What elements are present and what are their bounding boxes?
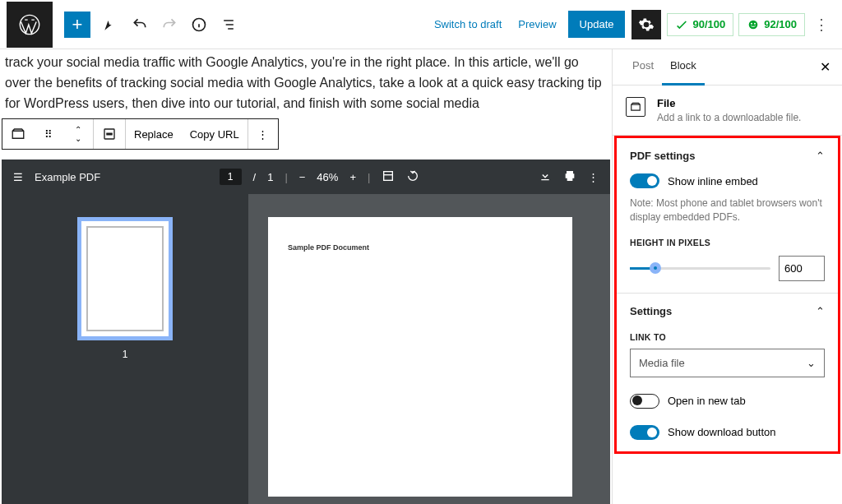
open-new-tab-label: Open in new tab <box>668 395 746 407</box>
show-inline-label: Show inline embed <box>668 175 758 187</box>
show-inline-toggle[interactable] <box>630 173 659 188</box>
copy-url-button[interactable]: Copy URL <box>182 119 248 149</box>
highlighted-panel: PDF settings ⌃ Show inline embed Note: M… <box>614 136 840 454</box>
print-icon[interactable] <box>563 169 576 185</box>
seo-score-value: 90/100 <box>692 18 725 30</box>
height-label: HEIGHT IN PIXELS <box>630 238 825 247</box>
link-to-select[interactable]: Media file ⌄ <box>630 349 825 377</box>
zoom-in-icon[interactable]: + <box>349 171 356 183</box>
switch-draft-link[interactable]: Switch to draft <box>426 18 510 30</box>
pdf-more-icon[interactable]: ⋮ <box>588 171 599 183</box>
file-type-icon[interactable] <box>2 119 34 149</box>
wordpress-logo[interactable] <box>7 2 53 48</box>
height-slider[interactable] <box>630 267 770 270</box>
info-icon[interactable] <box>184 10 214 39</box>
svg-point-2 <box>749 20 758 29</box>
align-icon[interactable] <box>94 119 125 149</box>
more-options-icon[interactable]: ⋮ <box>807 16 835 34</box>
select-tool-icon[interactable] <box>95 10 125 39</box>
pdf-settings-header[interactable]: PDF settings ⌃ <box>630 150 825 162</box>
replace-button[interactable]: Replace <box>126 119 182 149</box>
height-input[interactable] <box>779 256 825 281</box>
pdf-toolbar: ☰ Example PDF 1 / 1 | − 46% + | ⋮ <box>2 160 610 194</box>
file-block-icon <box>626 97 645 117</box>
block-more-icon[interactable]: ⋮ <box>248 119 278 149</box>
link-to-value: Media file <box>639 357 685 369</box>
pdf-page-indicator[interactable]: 1 <box>220 169 242 185</box>
settings-gear-icon[interactable] <box>632 10 661 39</box>
show-download-label: Show download button <box>668 426 776 438</box>
open-new-tab-toggle[interactable] <box>630 394 659 409</box>
zoom-out-icon[interactable]: − <box>299 171 306 183</box>
tab-block[interactable]: Block <box>662 49 705 86</box>
inline-embed-note: Note: Most phone and tablet browsers won… <box>630 197 825 224</box>
readability-score-value: 92/100 <box>764 18 797 30</box>
pdf-total-pages: 1 <box>267 171 273 183</box>
chevron-down-icon: ⌄ <box>807 357 816 369</box>
readability-score-badge[interactable]: 92/100 <box>738 13 805 36</box>
pdf-page: Sample PDF Document <box>268 217 572 497</box>
link-to-label: LINK TO <box>630 332 825 342</box>
move-arrows-icon[interactable]: ⌃⌄ <box>63 119 93 149</box>
block-type-card: File Add a link to a downloadable file. <box>613 86 842 136</box>
pdf-page-view[interactable]: Sample PDF Document <box>248 194 610 504</box>
block-toolbar: ⠿ ⌃⌄ Replace Copy URL ⋮ <box>2 118 279 150</box>
undo-icon[interactable] <box>125 10 155 39</box>
settings-sidebar: Post Block ✕ File Add a link to a downlo… <box>612 49 842 504</box>
settings-title: Settings <box>630 305 672 317</box>
show-download-toggle[interactable] <box>630 425 659 440</box>
redo-icon <box>155 10 184 39</box>
settings-header[interactable]: Settings ⌃ <box>630 305 825 317</box>
divider: | <box>368 171 370 183</box>
pdf-settings-section: PDF settings ⌃ Show inline embed Note: M… <box>617 138 838 294</box>
drag-handle-icon[interactable]: ⠿ <box>34 119 63 149</box>
chevron-up-icon: ⌃ <box>816 150 825 162</box>
pdf-thumbnail-panel: 1 <box>2 194 248 504</box>
divider: | <box>285 171 287 183</box>
add-block-button[interactable]: + <box>64 12 90 38</box>
pdf-menu-icon[interactable]: ☰ <box>13 171 23 183</box>
pdf-page-text: Sample PDF Document <box>288 243 369 252</box>
seo-score-badge[interactable]: 90/100 <box>667 13 733 36</box>
svg-point-3 <box>751 22 752 24</box>
tab-post[interactable]: Post <box>624 49 662 85</box>
chevron-up-icon: ⌃ <box>816 305 825 317</box>
svg-point-0 <box>20 15 39 34</box>
pdf-thumb-number: 1 <box>123 349 128 360</box>
pdf-page-sep: / <box>253 171 257 183</box>
editor-canvas[interactable]: track your social media traffic with Goo… <box>0 49 612 504</box>
pdf-thumbnail[interactable] <box>77 217 173 340</box>
svg-rect-7 <box>384 172 393 181</box>
sidebar-tabs: Post Block ✕ <box>613 49 842 86</box>
pdf-settings-title: PDF settings <box>630 150 695 162</box>
block-title: File <box>657 97 801 109</box>
settings-section: Settings ⌃ LINK TO Media file ⌄ Open in … <box>617 294 838 451</box>
svg-point-4 <box>754 22 756 24</box>
pdf-title: Example PDF <box>35 171 100 183</box>
rotate-icon[interactable] <box>406 169 419 185</box>
preview-link[interactable]: Preview <box>510 18 564 30</box>
pdf-embed: ☰ Example PDF 1 / 1 | − 46% + | ⋮ <box>2 160 610 504</box>
svg-rect-6 <box>106 133 113 136</box>
pdf-zoom-level: 46% <box>317 171 338 183</box>
paragraph-block[interactable]: track your social media traffic with Goo… <box>2 53 610 113</box>
outline-icon[interactable] <box>214 10 243 39</box>
close-sidebar-icon[interactable]: ✕ <box>820 59 830 75</box>
block-description: Add a link to a downloadable file. <box>657 112 801 123</box>
update-button[interactable]: Update <box>568 11 626 38</box>
download-icon[interactable] <box>539 169 552 185</box>
pdf-current-page: 1 <box>228 171 234 183</box>
fit-page-icon[interactable] <box>382 169 395 185</box>
editor-topbar: + Switch to draft Preview Update 90/100 … <box>0 0 842 49</box>
